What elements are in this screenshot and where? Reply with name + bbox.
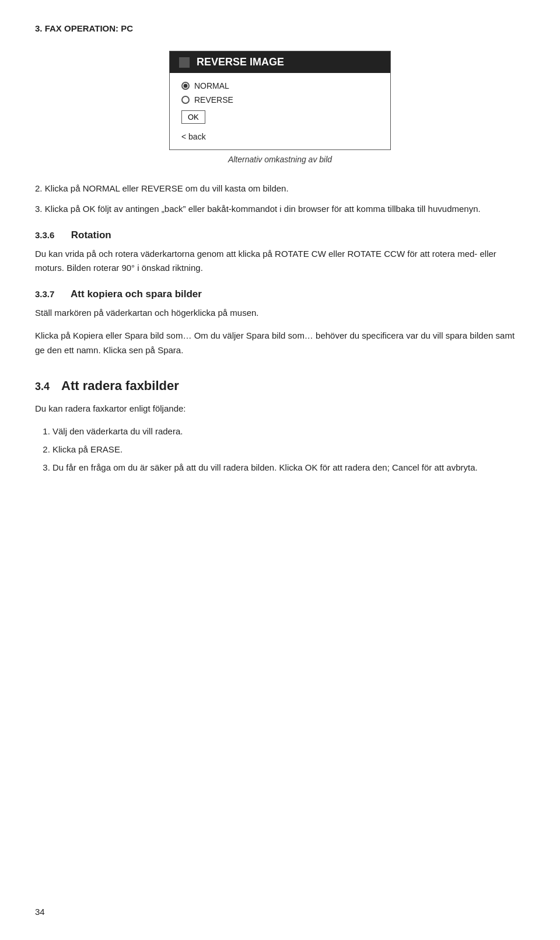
dialog-box: REVERSE IMAGE NORMAL REVERSE OK < back [169,51,391,150]
section-34-heading: 3.4 Att radera faxbilder [35,378,525,394]
section-337-body1: Ställ markören på väderkartan och högerk… [35,306,525,321]
section-337-title: Att kopiera och spara bilder [71,288,202,300]
dialog-body: NORMAL REVERSE OK < back [170,73,390,149]
section-337-number: 3.3.7 [35,289,54,299]
dialog-title: REVERSE IMAGE [197,56,284,68]
section-34-list: Välj den väderkarta du vill radera. Klic… [52,424,525,475]
list-item-2: Klicka på ERASE. [52,443,525,457]
section-336-heading: 3.3.6 Rotation [35,229,525,241]
radio-normal-row[interactable]: NORMAL [181,81,379,90]
back-link[interactable]: < back [181,132,379,141]
dialog-icon [179,57,190,68]
section-34-intro: Du kan radera faxkartor enligt följande: [35,402,525,416]
radio-normal-label: NORMAL [194,81,229,90]
dialog-title-bar: REVERSE IMAGE [170,51,390,73]
step-3: 3. Klicka på OK följt av antingen „back”… [35,202,525,217]
page-header: 3. FAX OPERATION: PC [35,23,525,33]
section-337-body2: Klicka på Kopiera eller Spara bild som… … [35,329,525,358]
radio-reverse-icon [181,96,190,104]
section-336-number: 3.3.6 [35,230,54,240]
radio-normal-icon [181,82,190,90]
list-item-3: Du får en fråga om du är säker på att du… [52,461,525,475]
page-number: 34 [35,907,45,917]
radio-reverse-row[interactable]: REVERSE [181,95,379,105]
radio-reverse-label: REVERSE [194,95,233,105]
dialog-caption: Alternativ omkastning av bild [35,155,525,164]
step-2: 2. Klicka på NORMAL eller REVERSE om du … [35,182,525,196]
section-337-heading: 3.3.7 Att kopiera och spara bilder [35,288,525,300]
list-item-1: Välj den väderkarta du vill radera. [52,424,525,439]
section-336-body: Du kan vrida på och rotera väderkartorna… [35,247,525,276]
section-34-title: Att radera faxbilder [61,378,179,394]
section-336-title: Rotation [71,229,111,241]
section-34-number: 3.4 [35,381,50,393]
ok-button[interactable]: OK [181,110,205,124]
